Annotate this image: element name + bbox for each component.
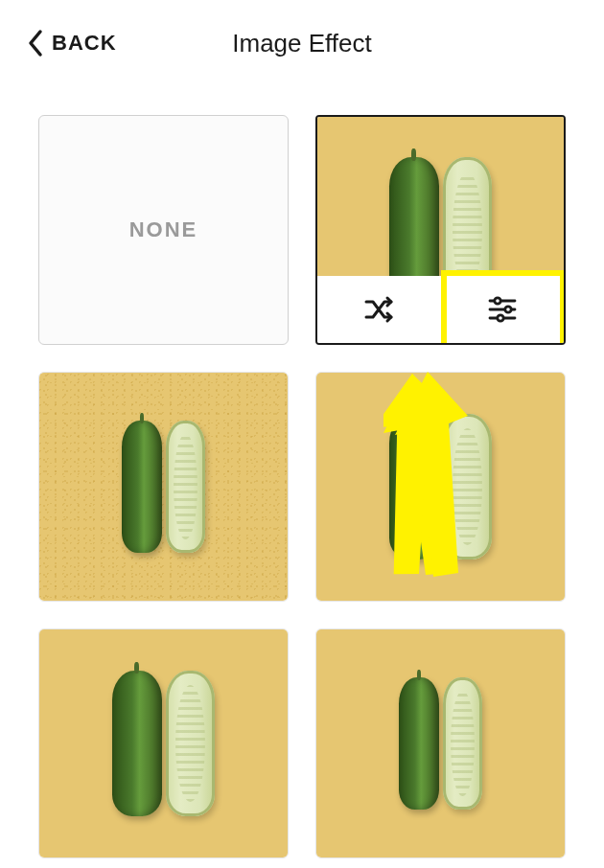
- back-button[interactable]: BACK: [27, 29, 117, 57]
- shuffle-button[interactable]: [317, 276, 441, 343]
- svg-point-5: [498, 315, 503, 321]
- chevron-left-icon: [27, 29, 44, 57]
- effect-tile-none[interactable]: NONE: [38, 115, 289, 345]
- effects-scroll-area[interactable]: NONE: [0, 86, 604, 868]
- effects-grid: NONE: [38, 115, 566, 858]
- page-title: Image Effect: [232, 29, 372, 58]
- effect-tile[interactable]: [38, 628, 289, 858]
- effect-tile-selected[interactable]: [315, 115, 566, 345]
- svg-point-1: [495, 298, 500, 304]
- cucumber-image: [316, 373, 565, 601]
- sliders-icon: [485, 292, 520, 327]
- cucumber-image: [316, 629, 565, 857]
- effect-tile[interactable]: [38, 372, 289, 602]
- svg-point-3: [505, 307, 511, 312]
- effect-thumbnail: [317, 117, 564, 276]
- back-label: BACK: [52, 31, 117, 56]
- adjust-settings-button[interactable]: [441, 276, 565, 343]
- effect-toolbar: [317, 276, 564, 343]
- effect-tile[interactable]: [315, 628, 566, 858]
- header: BACK Image Effect: [0, 0, 604, 86]
- effect-thumbnail: [39, 373, 288, 601]
- effect-thumbnail: [316, 629, 565, 857]
- effect-tile[interactable]: [315, 372, 566, 602]
- effect-thumbnail: [39, 629, 288, 857]
- cucumber-image: [39, 629, 288, 857]
- effect-none-label: NONE: [129, 217, 198, 242]
- cucumber-image: [39, 373, 288, 601]
- shuffle-icon: [361, 292, 396, 327]
- effect-thumbnail: [316, 373, 565, 601]
